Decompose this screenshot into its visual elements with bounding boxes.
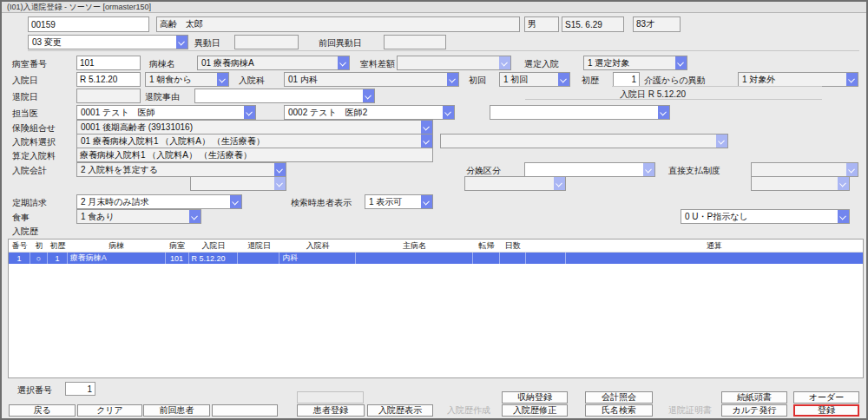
chevron-down-icon: [499, 56, 510, 69]
col-department: 入院科: [279, 240, 356, 252]
history-view-button[interactable]: 入院歴表示: [367, 404, 433, 417]
chevron-down-icon: [338, 56, 349, 69]
col-history: 初歴: [48, 240, 68, 252]
chevron-down-icon: [558, 73, 569, 86]
department-label: 入院科: [239, 75, 265, 87]
selected-admission-select[interactable]: 1 選定対象: [583, 56, 687, 70]
patient-name-field: 高齢 太郎: [156, 16, 520, 32]
discharge-reason-select[interactable]: [194, 89, 375, 103]
admission-history-table: 番号 初 初歴 病棟 病室 入院日 退院日 入院科 主病名 転帰 日数 通算 1…: [8, 239, 864, 378]
search-display-select[interactable]: 1 表示可: [365, 194, 433, 209]
chevron-down-icon: [716, 135, 727, 148]
discharge-reason-label: 退院事由: [145, 91, 180, 103]
doctor1-select[interactable]: 0001 テスト 医師: [76, 105, 256, 120]
chevron-down-icon: [554, 177, 565, 190]
fee-select-2[interactable]: [440, 134, 728, 148]
move-date-label: 異動日: [194, 37, 220, 49]
selection-number-input[interactable]: 1: [65, 382, 95, 396]
col-room: 病室: [166, 240, 189, 252]
insurance-label: 保険組合せ: [12, 122, 56, 135]
col-outcome: 転帰: [473, 240, 500, 252]
order-button[interactable]: オーダー: [793, 391, 859, 404]
col-main-disease: 主病名: [356, 240, 473, 252]
first-time-label: 初回: [469, 75, 486, 87]
col-first: 初: [30, 240, 48, 252]
ward-name-label: 病棟名: [149, 58, 175, 70]
ward-select[interactable]: 01 療養病棟A: [197, 56, 350, 70]
delivery-label: 分娩区分: [466, 165, 501, 177]
table-row[interactable]: 1 ○ 1 療養病棟A 101 R 5.12.20 内科: [9, 253, 863, 264]
col-discharge-date: 退院日: [238, 240, 279, 252]
chevron-down-icon: [643, 163, 654, 176]
department-select[interactable]: 01 内科: [284, 72, 459, 87]
fee-select[interactable]: 01 療養病棟入院料1 （入院料A） （生活療養）: [76, 134, 433, 148]
delivery-select[interactable]: [524, 162, 655, 177]
doctor2-select[interactable]: 0002 テスト 医師2: [284, 105, 455, 120]
group-frame-top: [612, 86, 822, 87]
account-inquiry-button[interactable]: 会計照会: [585, 391, 653, 404]
care-transfer-select[interactable]: 1 対象外: [738, 72, 858, 87]
group-frame-bottom: [525, 99, 822, 100]
billing-label: 定期請求: [12, 197, 47, 209]
admission-date-input[interactable]: R 5.12.20: [76, 72, 141, 87]
chevron-down-icon: [838, 210, 849, 223]
empty-button-top: [297, 391, 364, 404]
accounting-select[interactable]: 2 入院料を算定する: [76, 162, 286, 177]
history-edit-button[interactable]: 入院歴修正: [502, 404, 568, 417]
direct-pay-label: 直接支払制度: [668, 165, 720, 177]
previous-patient-button[interactable]: 前回患者: [143, 404, 210, 417]
discharge-date-input[interactable]: [76, 89, 141, 103]
direct-pay-select[interactable]: [751, 162, 858, 177]
chevron-down-icon: [230, 195, 241, 208]
name-search-button[interactable]: 氏名検索: [585, 404, 653, 417]
first-time-select[interactable]: 1 初回: [499, 72, 570, 87]
direct-pay-sub-select[interactable]: [751, 176, 850, 191]
empty-button-bottom: [212, 404, 278, 417]
chevron-down-icon: [447, 73, 458, 86]
register-button[interactable]: 登録: [793, 404, 859, 417]
room-charge-select[interactable]: [397, 56, 511, 70]
patient-register-button[interactable]: 患者登録: [297, 404, 365, 417]
chevron-down-icon: [421, 135, 432, 148]
col-days: 日数: [500, 240, 526, 252]
chevron-down-icon: [846, 73, 858, 86]
karte-issue-button[interactable]: カルテ発行: [721, 404, 787, 417]
room-number-input[interactable]: 101: [76, 56, 141, 70]
chevron-down-icon: [838, 177, 849, 190]
prev-move-date-label: 前回異動日: [319, 37, 362, 49]
patient-birthdate-field: S15. 6.29: [562, 16, 624, 32]
insurance-select[interactable]: 0001 後期高齢者 (39131016): [76, 120, 433, 135]
up-instruction-select[interactable]: 0 U・P指示なし: [681, 209, 850, 224]
history-create-button-disabled: 入院歴作成: [438, 404, 499, 417]
col-number: 番号: [9, 240, 30, 252]
history-count-input[interactable]: 1: [613, 72, 640, 87]
prev-move-date-field: [384, 35, 446, 49]
history-section-label: 入院歴: [12, 226, 38, 238]
billing-select[interactable]: 2 月末時のみ請求: [76, 194, 242, 209]
col-ward: 病棟: [68, 240, 166, 252]
continuation-header-button[interactable]: 続紙頭書: [721, 391, 787, 404]
chevron-down-icon: [421, 195, 432, 208]
fee-calc-label: 算定入院料: [12, 150, 56, 162]
receipt-register-button[interactable]: 収納登録: [502, 391, 568, 404]
history-count-label: 初歴: [582, 75, 599, 87]
doctor-label: 担当医: [12, 108, 38, 120]
fee-select-label: 入院料選択: [12, 136, 56, 148]
patient-sex-field: 男: [524, 16, 559, 32]
meal-start-select[interactable]: 1 朝食から: [145, 72, 229, 87]
room-charge-label: 室料差額: [360, 58, 395, 70]
meal-label: 食事: [12, 212, 30, 224]
patient-id-field[interactable]: 00159: [28, 16, 149, 32]
doctor3-select[interactable]: [490, 105, 670, 120]
clear-button[interactable]: クリア: [77, 404, 142, 417]
app-window: (I01)入退院登録 - ソーソー [ormaster150] 00159 高齢…: [0, 0, 868, 420]
discharge-certificate-button-disabled: 退院証明書: [661, 404, 719, 417]
meal-select[interactable]: 1 食あり: [76, 209, 201, 224]
chevron-down-icon: [675, 56, 687, 69]
care-transfer-label: 介護からの異動: [644, 75, 706, 87]
back-button[interactable]: 戻る: [9, 404, 76, 417]
change-type-select[interactable]: 03 変更: [28, 35, 188, 49]
delivery-sub-select[interactable]: [464, 176, 566, 191]
accounting-sub-select[interactable]: [190, 176, 286, 191]
room-number-label: 病室番号: [12, 58, 47, 70]
